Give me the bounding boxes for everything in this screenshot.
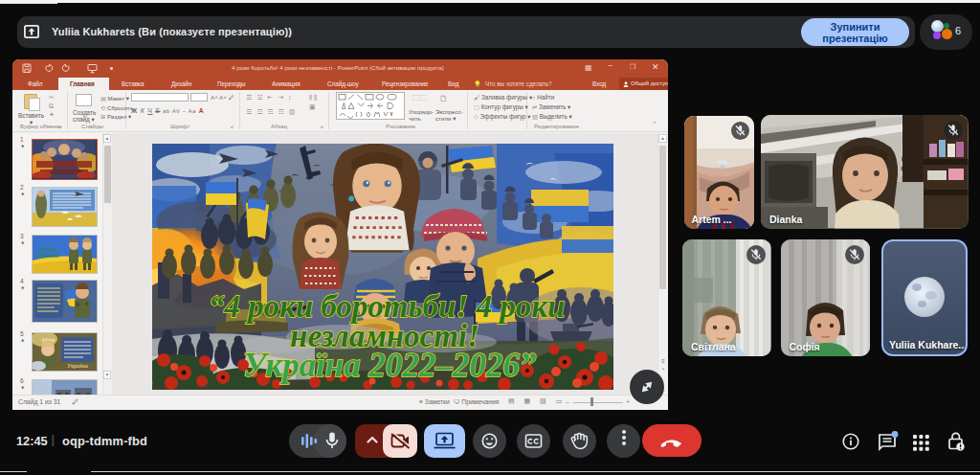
svg-text:Україна: Україна [66, 362, 87, 369]
svg-text:Україна 2022–2026”: Україна 2022–2026” [243, 347, 537, 384]
svg-text:єдності: єдності [36, 252, 58, 259]
svg-text:4 роки: 4 роки [37, 245, 56, 252]
